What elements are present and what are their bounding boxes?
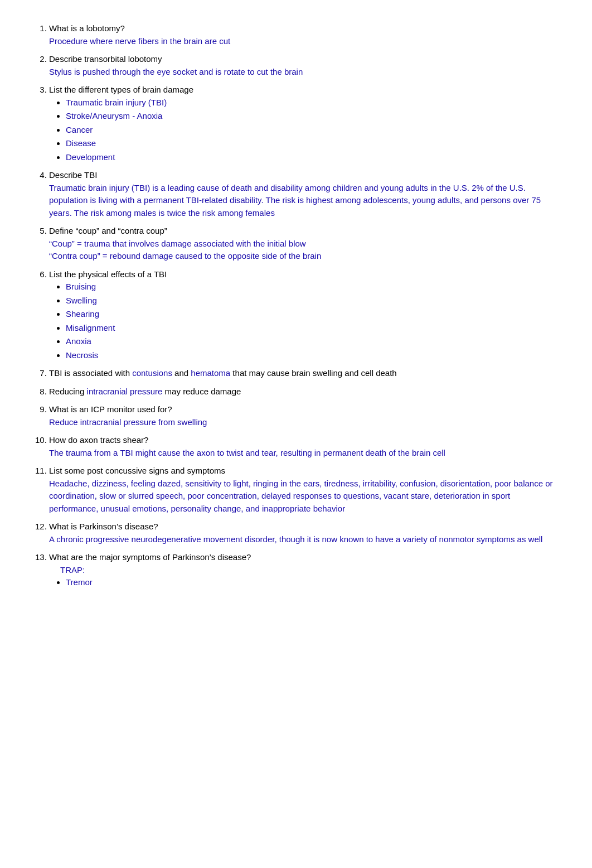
answer1-5: “Coup” = trauma that involves damage ass… [49,239,306,248]
question-12: What is Parkinson’s disease? [49,522,158,531]
list-item-9: What is an ICP monitor used for?Reduce i… [49,403,559,428]
answer-4: Traumatic brain injury (TBI) is a leadin… [49,183,541,218]
answer-12: A chronic progressive neurodegenerative … [49,534,542,544]
question-13: What are the major symptoms of Parkinson… [49,552,251,562]
list-item-2: Describe transorbital lobotomyStylus is … [49,53,559,78]
list-item: Bruising [66,281,559,293]
answer-9: Reduce intracranial pressure from swelli… [49,417,207,427]
answer-1: Procedure where nerve fibers in the brai… [49,36,230,46]
list-item-11: List some post concussive signs and symp… [49,465,559,515]
answer-11: Headache, dizziness, feeling dazed, sens… [49,479,553,513]
list-item: Swelling [66,295,559,307]
list-item-4: Describe TBITraumatic brain injury (TBI)… [49,169,559,219]
label-13: TRAP: [60,565,85,575]
question-4: Describe TBI [49,170,97,180]
answer-list-3: Traumatic brain injury (TBI)Stroke/Aneur… [49,97,559,164]
list-item: Anoxia [66,335,559,348]
list-item: Necrosis [66,349,559,362]
question-9: What is an ICP monitor used for? [49,404,172,414]
answer-10: The trauma from a TBI might cause the ax… [49,448,445,457]
list-item-6: List the physical effects of a TBIBruisi… [49,268,559,362]
question-6: List the physical effects of a TBI [49,269,167,279]
list-item-8: Reducing intracranial pressure may reduc… [49,385,559,398]
list-item-5: Define “coup” and “contra coup”“Coup” = … [49,225,559,263]
list-item: Traumatic brain injury (TBI) [66,97,559,109]
main-list: What is a lobotomy?Procedure where nerve… [33,22,559,589]
list-item: Cancer [66,124,559,137]
list-item: Disease [66,137,559,150]
question-5: Define “coup” and “contra coup” [49,226,167,235]
answer-list-6: BruisingSwellingShearingMisalignmentAnox… [49,281,559,361]
question-1: What is a lobotomy? [49,23,125,33]
list-item-7: TBI is associated with contusions and he… [49,367,559,380]
answer-list-13: Tremor [49,576,559,589]
list-item: Stroke/Aneurysm - Anoxia [66,110,559,123]
question-7: TBI is associated with [49,368,132,378]
list-item-3: List the different types of brain damage… [49,84,559,163]
question-8: Reducing [49,387,87,396]
list-item-12: What is Parkinson’s disease?A chronic pr… [49,520,559,546]
list-item-1: What is a lobotomy?Procedure where nerve… [49,22,559,47]
question-11: List some post concussive signs and symp… [49,466,225,475]
question-2: Describe transorbital lobotomy [49,54,162,64]
list-item: Misalignment [66,322,559,335]
list-item: Tremor [66,576,559,589]
question-10: How do axon tracts shear? [49,435,148,445]
list-item-10: How do axon tracts shear?The trauma from… [49,434,559,459]
answer-2: Stylus is pushed through the eye socket … [49,67,303,76]
answer2-5: “Contra coup” = rebound damage caused to… [49,251,321,261]
list-item-13: What are the major symptoms of Parkinson… [49,551,559,589]
list-item: Shearing [66,308,559,321]
list-item: Development [66,151,559,164]
question-3: List the different types of brain damage [49,85,193,94]
